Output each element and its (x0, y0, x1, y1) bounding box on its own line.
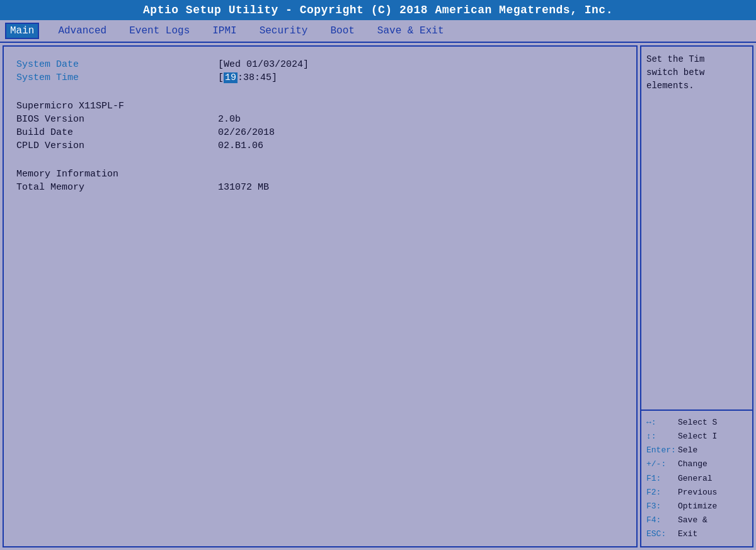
system-date-row: System Date [Wed 01/03/2024] (16, 59, 624, 70)
total-memory-value: 131072 MB (218, 182, 269, 193)
gap-1 (16, 86, 624, 101)
keybind-f4-key: F4: (646, 513, 678, 527)
keybind-f2: F2: Previous (646, 486, 747, 500)
title-text: Aptio Setup Utility - Copyright (C) 2018… (143, 4, 613, 16)
system-time-bracket-open: [ (218, 72, 224, 83)
keybind-plusminus-key: +/-: (646, 457, 678, 471)
build-date-value: 02/26/2018 (218, 127, 275, 138)
keybind-f4-desc: Save & (678, 513, 707, 527)
memory-info-label: Memory Information (16, 169, 218, 180)
keybind-f2-key: F2: (646, 486, 678, 500)
keybind-f1: F1: General (646, 472, 747, 486)
keybinds-panel: ↔: Select S ↕: Select I Enter: Sele +/-:… (641, 411, 752, 546)
board-row: Supermicro X11SPL-F (16, 101, 624, 112)
keybind-ud: ↕: Select I (646, 430, 747, 444)
keybind-f1-key: F1: (646, 472, 678, 486)
keybind-f3-key: F3: (646, 500, 678, 513)
total-memory-label: Total Memory (16, 182, 218, 193)
keybind-enter-desc: Sele (678, 444, 697, 457)
title-bar: Aptio Setup Utility - Copyright (C) 2018… (0, 0, 756, 20)
bios-screen: Aptio Setup Utility - Copyright (C) 2018… (0, 0, 756, 550)
menu-item-boot[interactable]: Boot (326, 24, 358, 38)
system-time-value[interactable]: [19:38:45] (218, 72, 277, 83)
keybind-f2-desc: Previous (678, 486, 717, 500)
help-text: Set the Tim switch betw elements. (641, 47, 752, 411)
menu-item-event-logs[interactable]: Event Logs (125, 24, 193, 38)
build-date-label: Build Date (16, 127, 218, 138)
keybind-enter-key: Enter: (646, 444, 678, 457)
total-memory-row: Total Memory 131072 MB (16, 182, 624, 193)
menu-item-advanced[interactable]: Advanced (54, 24, 110, 38)
keybind-esc-key: ESC: (646, 527, 678, 541)
bios-version-value: 2.0b (218, 114, 241, 125)
help-line2: switch betw (646, 67, 704, 77)
memory-info-row: Memory Information (16, 169, 624, 180)
keybind-lr-desc: Select S (678, 416, 717, 430)
menu-item-save-exit[interactable]: Save & Exit (374, 24, 448, 38)
keybind-esc: ESC: Exit (646, 527, 747, 541)
keybind-f4: F4: Save & (646, 513, 747, 527)
menu-bar: Main Advanced Event Logs IPMI Security B… (0, 20, 756, 42)
keybind-ud-desc: Select I (678, 430, 717, 444)
cpld-version-label: CPLD Version (16, 140, 218, 151)
keybind-plusminus-desc: Change (678, 457, 707, 471)
keybind-esc-desc: Exit (678, 527, 697, 541)
right-panel: Set the Tim switch betw elements. ↔: Sel… (640, 45, 753, 547)
content-area: System Date [Wed 01/03/2024] System Time… (0, 42, 756, 550)
system-time-highlighted: 19 (224, 72, 238, 83)
keybind-f3-desc: Optimize (678, 500, 717, 513)
system-date-value[interactable]: [Wed 01/03/2024] (218, 59, 309, 70)
keybind-ud-key: ↕: (646, 430, 678, 444)
cpld-version-row: CPLD Version 02.B1.06 (16, 140, 624, 151)
keybind-plusminus: +/-: Change (646, 457, 747, 471)
keybind-f3: F3: Optimize (646, 500, 747, 513)
system-time-suffix: :38:45] (238, 72, 277, 83)
bios-version-row: BIOS Version 2.0b (16, 114, 624, 125)
board-label: Supermicro X11SPL-F (16, 101, 218, 112)
cpld-version-value: 02.B1.06 (218, 140, 263, 151)
system-time-label: System Time (16, 72, 218, 83)
system-time-row: System Time [19:38:45] (16, 72, 624, 83)
keybind-enter: Enter: Sele (646, 444, 747, 457)
system-date-label: System Date (16, 59, 218, 70)
menu-item-ipmi[interactable]: IPMI (209, 24, 240, 38)
help-line3: elements. (646, 81, 694, 91)
bios-version-label: BIOS Version (16, 114, 218, 125)
keybind-lr-key: ↔: (646, 416, 678, 430)
menu-item-main[interactable]: Main (5, 23, 39, 39)
keybind-f1-desc: General (678, 472, 713, 486)
keybind-lr: ↔: Select S (646, 416, 747, 430)
gap-2 (16, 154, 624, 169)
main-panel: System Date [Wed 01/03/2024] System Time… (3, 45, 638, 547)
build-date-row: Build Date 02/26/2018 (16, 127, 624, 138)
menu-item-security[interactable]: Security (256, 24, 312, 38)
help-line1: Set the Tim (646, 54, 704, 64)
